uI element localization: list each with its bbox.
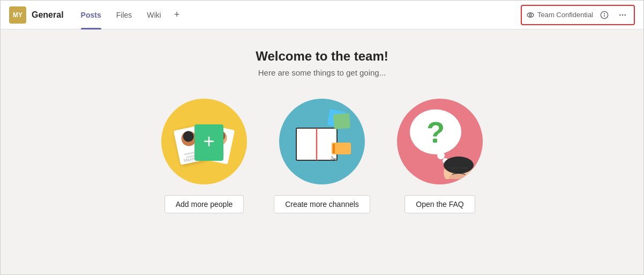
tab-wiki[interactable]: Wiki — [140, 1, 167, 29]
tab-files[interactable]: Files — [110, 1, 139, 29]
svg-point-1 — [529, 14, 531, 16]
team-avatar: MY — [9, 6, 26, 24]
svg-text:?: ? — [426, 115, 445, 149]
cards-row: Maxine Ty + — [156, 99, 488, 213]
welcome-subtitle: Here are some things to get going... — [258, 68, 386, 77]
more-icon — [618, 11, 627, 19]
channel-name: General — [32, 10, 64, 20]
svg-point-0 — [527, 13, 534, 17]
info-icon — [600, 11, 609, 19]
svg-rect-25 — [333, 113, 350, 130]
svg-point-6 — [622, 14, 624, 16]
svg-rect-27 — [333, 144, 335, 153]
tab-posts[interactable]: Posts — [74, 1, 108, 29]
topbar-right: Team Confidential — [521, 5, 635, 25]
create-channels-illustration: ✂ — [279, 99, 365, 184]
faq-button[interactable]: Open the FAQ — [405, 195, 475, 213]
svg-rect-36 — [460, 167, 468, 169]
welcome-title: Welcome to the team! — [256, 49, 388, 64]
svg-point-5 — [619, 14, 621, 16]
create-channels-svg: ✂ — [284, 104, 360, 179]
card-add-people: Maxine Ty + — [156, 99, 252, 213]
add-people-illustration: Maxine Ty + — [161, 99, 247, 184]
info-button[interactable] — [597, 8, 611, 22]
faq-svg: ? — [402, 104, 477, 179]
svg-text:+: + — [203, 130, 214, 152]
privacy-label: Team Confidential — [537, 11, 593, 19]
topbar: MY General Posts Files Wiki + Team Confi… — [1, 1, 643, 29]
card-faq: ? Open the FAQ — [392, 99, 488, 213]
nav-tabs: Posts Files Wiki + — [74, 1, 184, 29]
more-options-button[interactable] — [616, 8, 630, 22]
privacy-badge: Team Confidential — [526, 11, 593, 19]
faq-illustration: ? — [397, 99, 483, 184]
create-channels-button[interactable]: Create more channels — [274, 195, 370, 213]
add-people-button[interactable]: Add more people — [164, 195, 244, 213]
main-content: Welcome to the team! Here are some thing… — [1, 29, 643, 275]
svg-point-34 — [444, 157, 474, 174]
svg-point-30 — [437, 152, 445, 159]
eye-icon — [526, 11, 535, 19]
svg-rect-35 — [451, 167, 458, 169]
add-tab-button[interactable]: + — [170, 1, 184, 29]
svg-point-7 — [624, 14, 626, 16]
card-create-channels: ✂ Create more channels — [274, 99, 370, 213]
add-people-svg: Maxine Ty + — [167, 104, 242, 179]
